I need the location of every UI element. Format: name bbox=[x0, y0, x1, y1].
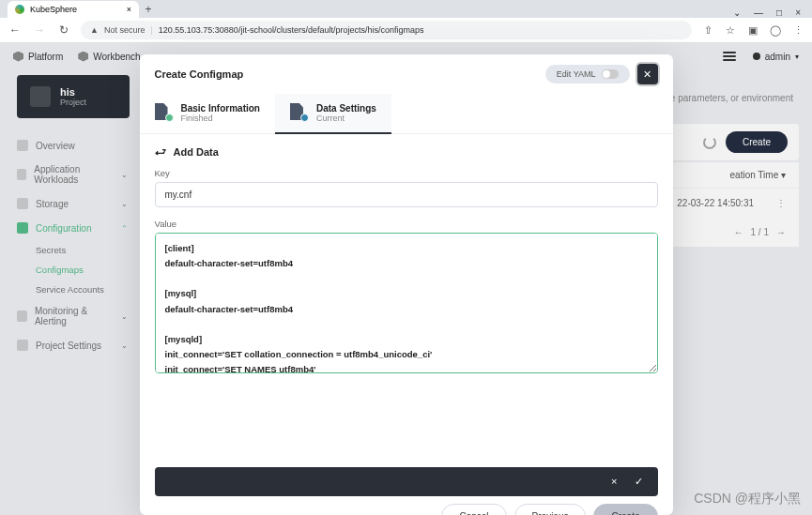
star-icon[interactable]: ☆ bbox=[724, 23, 737, 37]
confirm-icon[interactable]: ✓ bbox=[635, 476, 643, 488]
value-label: Value bbox=[155, 219, 658, 229]
extensions-icon[interactable]: ▣ bbox=[746, 23, 759, 37]
step-basic-info[interactable]: Basic Information Finished bbox=[140, 94, 275, 133]
url-box[interactable]: ▲ Not secure | 120.55.103.75:30880/jit-s… bbox=[81, 21, 692, 39]
edit-yaml-button[interactable]: Edit YAML bbox=[545, 65, 630, 83]
nav-reload[interactable]: ↻ bbox=[56, 23, 71, 38]
not-secure-icon: ▲ bbox=[90, 25, 99, 35]
browser-tab-strip: KubeSphere × + ⌄ — □ × bbox=[0, 0, 812, 18]
tab-close-icon[interactable]: × bbox=[127, 5, 131, 14]
new-tab-button[interactable]: + bbox=[139, 1, 158, 18]
step-data-settings[interactable]: Data Settings Current bbox=[275, 94, 391, 134]
watermark: CSDN @程序小黑 bbox=[694, 491, 801, 507]
tab-title: KubeSphere bbox=[30, 5, 77, 14]
form-title: Add Data bbox=[174, 146, 219, 158]
nav-forward[interactable]: → bbox=[32, 23, 47, 38]
doc-icon bbox=[155, 103, 172, 120]
favicon-icon bbox=[15, 5, 24, 14]
cancel-button[interactable]: Cancel bbox=[441, 504, 506, 515]
key-label: Key bbox=[155, 168, 658, 178]
create-submit-button[interactable]: Create bbox=[593, 504, 657, 515]
profile-icon[interactable]: ◯ bbox=[769, 23, 782, 37]
doc-icon bbox=[290, 103, 307, 120]
nav-back[interactable]: ← bbox=[8, 23, 23, 38]
address-bar: ← → ↻ ▲ Not secure | 120.55.103.75:30880… bbox=[0, 18, 812, 43]
yaml-toggle[interactable] bbox=[602, 69, 619, 79]
form: ⮐ Add Data Key Value bbox=[140, 134, 673, 396]
back-icon[interactable]: ⮐ bbox=[155, 145, 166, 159]
app-root: Platform Workbench admin▾ his Project Ov… bbox=[0, 43, 812, 515]
modal-title: Create Configmap bbox=[155, 68, 244, 80]
not-secure-label: Not secure bbox=[104, 25, 146, 35]
modal-backdrop: Create Configmap Edit YAML ✕ Basic Infor… bbox=[0, 43, 812, 515]
create-configmap-modal: Create Configmap Edit YAML ✕ Basic Infor… bbox=[140, 54, 673, 515]
wizard-steps: Basic Information Finished Data Settings… bbox=[140, 94, 673, 134]
form-footer-bar: × ✓ bbox=[155, 467, 658, 496]
browser-tab[interactable]: KubeSphere × bbox=[8, 1, 139, 18]
window-close[interactable]: × bbox=[795, 8, 801, 18]
modal-header: Create Configmap Edit YAML ✕ bbox=[140, 54, 673, 94]
chevron-down-icon[interactable]: ⌄ bbox=[733, 8, 741, 18]
browser-menu-icon[interactable]: ⋮ bbox=[791, 23, 804, 37]
window-maximize[interactable]: □ bbox=[776, 8, 782, 18]
modal-actions: Cancel Previous Create bbox=[140, 504, 673, 515]
window-minimize[interactable]: — bbox=[754, 8, 763, 18]
window-controls: ⌄ — □ × bbox=[733, 8, 812, 18]
discard-icon[interactable]: × bbox=[611, 476, 617, 488]
key-input[interactable] bbox=[155, 182, 658, 207]
value-textarea[interactable] bbox=[155, 233, 658, 373]
url-text: 120.55.103.75:30880/jit-school/clusters/… bbox=[159, 25, 424, 35]
close-icon[interactable]: ✕ bbox=[637, 64, 658, 84]
share-icon[interactable]: ⇧ bbox=[701, 23, 714, 37]
previous-button[interactable]: Previous bbox=[514, 504, 587, 515]
